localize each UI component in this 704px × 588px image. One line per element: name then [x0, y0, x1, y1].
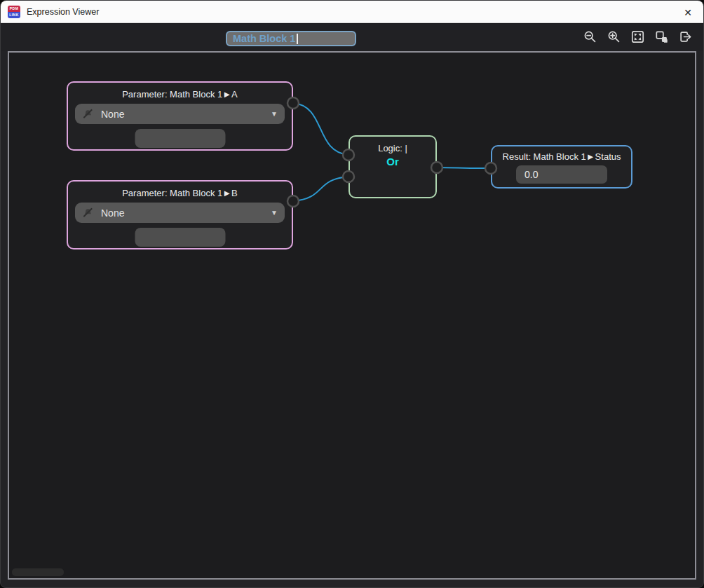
expression-viewer-window: PDM LINK Expression Viewer ✕ Math Block …: [0, 0, 704, 588]
wire-param-b-to-logic: [293, 177, 348, 201]
wire-logic-to-result: [437, 167, 491, 168]
chevron-down-icon: ▼: [271, 209, 278, 217]
zoom-in-icon: [607, 30, 621, 43]
slashed-icon: [82, 207, 94, 219]
slashed-icon: [82, 108, 94, 120]
parameter-a-source-dropdown[interactable]: None ▼: [75, 104, 285, 124]
result-value-field[interactable]: 0.0: [516, 165, 607, 184]
parameter-b-title: Parameter: Math Block 1►B: [68, 182, 292, 198]
logic-node[interactable]: Logic: | Or: [348, 135, 437, 198]
export-button[interactable]: [679, 30, 692, 43]
export-icon: [679, 30, 692, 43]
zoom-out-button[interactable]: [583, 30, 597, 43]
node-canvas[interactable]: Parameter: Math Block 1►A None ▼ Paramet…: [8, 51, 696, 580]
block-name-input[interactable]: Math Block 1: [226, 31, 356, 46]
horizontal-scrollbar-thumb[interactable]: [12, 568, 64, 576]
parameter-b-value-field[interactable]: [135, 228, 225, 247]
app-logo-top: PDM: [8, 6, 20, 12]
title-bar: PDM LINK Expression Viewer ✕: [1, 1, 703, 23]
text-caret: [297, 34, 298, 44]
fit-view-icon: [631, 30, 644, 43]
logic-node-title: Logic: |: [350, 137, 435, 153]
toolbar: Math Block 1: [1, 23, 703, 51]
logic-operator-label: Or: [350, 156, 435, 167]
scale-nodes-button[interactable]: [655, 30, 668, 43]
result-node[interactable]: Result: Math Block 1►Status 0.0: [491, 145, 632, 189]
wire-param-a-to-logic: [293, 103, 348, 155]
parameter-a-title: Parameter: Math Block 1►A: [68, 83, 292, 100]
close-button[interactable]: ✕: [672, 1, 703, 23]
result-node-title: Result: Math Block 1►Status: [492, 146, 631, 162]
toolbar-icons: [583, 30, 692, 43]
fit-view-button[interactable]: [631, 30, 644, 43]
parameter-b-source-dropdown[interactable]: None ▼: [75, 203, 285, 223]
app-logo-icon: PDM LINK: [8, 6, 20, 18]
parameter-a-selected-value: None: [101, 109, 124, 120]
app-logo-bottom: LINK: [8, 12, 20, 18]
parameter-b-selected-value: None: [101, 207, 124, 219]
block-name-value: Math Block 1: [233, 33, 295, 44]
scale-nodes-icon: [655, 30, 668, 43]
zoom-in-button[interactable]: [607, 30, 621, 43]
zoom-out-icon: [583, 30, 597, 43]
parameter-node-b[interactable]: Parameter: Math Block 1►B None ▼: [67, 180, 293, 249]
window-title: Expression Viewer: [27, 7, 99, 17]
parameter-a-value-field[interactable]: [135, 129, 225, 148]
chevron-down-icon: ▼: [271, 110, 278, 118]
parameter-node-a[interactable]: Parameter: Math Block 1►A None ▼: [67, 81, 293, 151]
